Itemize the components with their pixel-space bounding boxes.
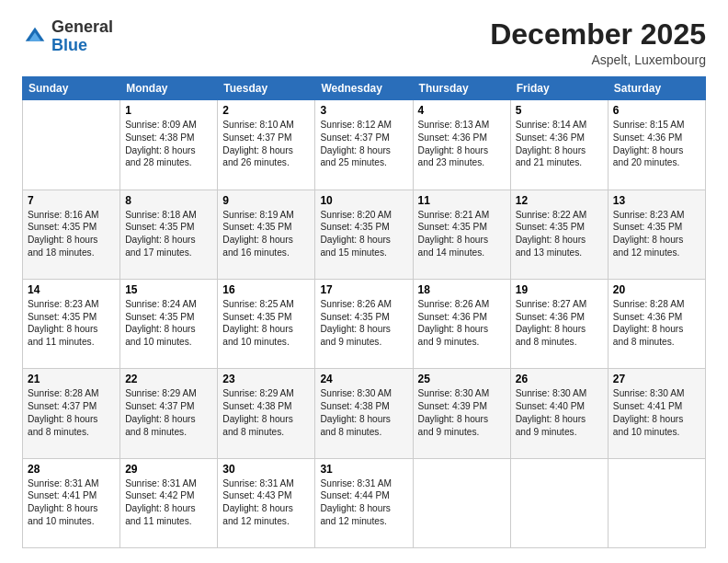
cell-4-4: 24 Sunrise: 8:30 AMSunset: 4:38 PMDaylig… bbox=[315, 369, 413, 458]
calendar-body: 1 Sunrise: 8:09 AMSunset: 4:38 PMDayligh… bbox=[23, 100, 706, 548]
col-sunday: Sunday bbox=[23, 77, 120, 100]
cell-date: 8 bbox=[125, 194, 212, 207]
cell-date: 23 bbox=[222, 373, 310, 385]
cell-date: 20 bbox=[613, 283, 700, 296]
cell-info: Sunrise: 8:12 AMSunset: 4:37 PMDaylight:… bbox=[320, 120, 392, 167]
cell-1-3: 2 Sunrise: 8:10 AMSunset: 4:37 PMDayligh… bbox=[218, 100, 315, 190]
cell-date: 1 bbox=[125, 104, 212, 117]
cell-info: Sunrise: 8:19 AMSunset: 4:35 PMDaylight:… bbox=[222, 210, 294, 258]
cell-1-6: 5 Sunrise: 8:14 AMSunset: 4:36 PMDayligh… bbox=[510, 100, 608, 190]
calendar-week-2: 7 Sunrise: 8:16 AMSunset: 4:35 PMDayligh… bbox=[23, 190, 706, 279]
calendar-header: Sunday Monday Tuesday Wednesday Thursday… bbox=[23, 77, 706, 100]
cell-date: 27 bbox=[613, 373, 700, 385]
cell-info: Sunrise: 8:29 AMSunset: 4:38 PMDaylight:… bbox=[222, 388, 294, 436]
cell-info: Sunrise: 8:24 AMSunset: 4:35 PMDaylight:… bbox=[125, 299, 197, 347]
col-thursday: Thursday bbox=[413, 77, 510, 100]
calendar: Sunday Monday Tuesday Wednesday Thursday… bbox=[22, 76, 706, 548]
col-friday: Friday bbox=[510, 77, 608, 100]
cell-info: Sunrise: 8:29 AMSunset: 4:37 PMDaylight:… bbox=[125, 388, 197, 436]
cell-2-6: 12 Sunrise: 8:22 AMSunset: 4:35 PMDaylig… bbox=[510, 190, 608, 279]
month-title: December 2025 bbox=[490, 18, 706, 51]
cell-date: 24 bbox=[320, 373, 407, 385]
logo-text: General Blue bbox=[51, 18, 113, 55]
cell-date: 25 bbox=[418, 373, 506, 385]
cell-date: 22 bbox=[125, 373, 212, 385]
cell-date: 3 bbox=[320, 104, 407, 117]
cell-2-3: 9 Sunrise: 8:19 AMSunset: 4:35 PMDayligh… bbox=[218, 190, 315, 279]
cell-date: 13 bbox=[613, 194, 700, 207]
col-wednesday: Wednesday bbox=[315, 77, 413, 100]
logo-general: General bbox=[51, 17, 113, 36]
cell-info: Sunrise: 8:30 AMSunset: 4:40 PMDaylight:… bbox=[516, 388, 587, 436]
cell-1-7: 6 Sunrise: 8:15 AMSunset: 4:36 PMDayligh… bbox=[608, 100, 705, 190]
cell-1-2: 1 Sunrise: 8:09 AMSunset: 4:38 PMDayligh… bbox=[120, 100, 218, 190]
cell-date: 14 bbox=[28, 283, 115, 296]
cell-info: Sunrise: 8:18 AMSunset: 4:35 PMDaylight:… bbox=[125, 210, 197, 258]
cell-date: 5 bbox=[516, 104, 603, 117]
cell-info: Sunrise: 8:23 AMSunset: 4:35 PMDaylight:… bbox=[613, 210, 685, 258]
cell-date: 18 bbox=[418, 283, 506, 296]
cell-4-7: 27 Sunrise: 8:30 AMSunset: 4:41 PMDaylig… bbox=[608, 369, 705, 458]
cell-date: 2 bbox=[222, 104, 310, 117]
cell-info: Sunrise: 8:31 AMSunset: 4:43 PMDaylight:… bbox=[222, 478, 294, 526]
cell-date: 9 bbox=[222, 194, 310, 207]
cell-4-5: 25 Sunrise: 8:30 AMSunset: 4:39 PMDaylig… bbox=[413, 369, 510, 458]
cell-4-2: 22 Sunrise: 8:29 AMSunset: 4:37 PMDaylig… bbox=[120, 369, 218, 458]
cell-date: 28 bbox=[28, 463, 115, 476]
cell-4-1: 21 Sunrise: 8:28 AMSunset: 4:37 PMDaylig… bbox=[23, 369, 120, 458]
cell-1-1 bbox=[23, 100, 120, 190]
cell-3-1: 14 Sunrise: 8:23 AMSunset: 4:35 PMDaylig… bbox=[23, 279, 120, 368]
cell-2-7: 13 Sunrise: 8:23 AMSunset: 4:35 PMDaylig… bbox=[608, 190, 705, 279]
cell-2-1: 7 Sunrise: 8:16 AMSunset: 4:35 PMDayligh… bbox=[23, 190, 120, 279]
header: General Blue December 2025 Aspelt, Luxem… bbox=[22, 18, 706, 67]
cell-date: 4 bbox=[418, 104, 506, 117]
cell-3-6: 19 Sunrise: 8:27 AMSunset: 4:36 PMDaylig… bbox=[510, 279, 608, 368]
cell-date: 26 bbox=[516, 373, 603, 385]
logo-blue: Blue bbox=[51, 36, 87, 54]
cell-5-3: 30 Sunrise: 8:31 AMSunset: 4:43 PMDaylig… bbox=[218, 458, 315, 547]
cell-date: 31 bbox=[320, 463, 407, 476]
cell-date: 30 bbox=[222, 463, 310, 476]
cell-info: Sunrise: 8:30 AMSunset: 4:38 PMDaylight:… bbox=[320, 388, 392, 436]
cell-3-5: 18 Sunrise: 8:26 AMSunset: 4:36 PMDaylig… bbox=[413, 279, 510, 368]
cell-date: 11 bbox=[418, 194, 506, 207]
cell-5-5 bbox=[413, 458, 510, 547]
cell-date: 16 bbox=[222, 283, 310, 296]
cell-date: 17 bbox=[320, 283, 407, 296]
cell-date: 6 bbox=[613, 104, 700, 117]
cell-info: Sunrise: 8:28 AMSunset: 4:37 PMDaylight:… bbox=[28, 388, 99, 436]
cell-info: Sunrise: 8:31 AMSunset: 4:41 PMDaylight:… bbox=[28, 478, 99, 526]
cell-2-2: 8 Sunrise: 8:18 AMSunset: 4:35 PMDayligh… bbox=[120, 190, 218, 279]
calendar-week-4: 21 Sunrise: 8:28 AMSunset: 4:37 PMDaylig… bbox=[23, 369, 706, 458]
cell-4-3: 23 Sunrise: 8:29 AMSunset: 4:38 PMDaylig… bbox=[218, 369, 315, 458]
cell-info: Sunrise: 8:09 AMSunset: 4:38 PMDaylight:… bbox=[125, 120, 197, 167]
cell-info: Sunrise: 8:14 AMSunset: 4:36 PMDaylight:… bbox=[516, 120, 587, 167]
calendar-week-3: 14 Sunrise: 8:23 AMSunset: 4:35 PMDaylig… bbox=[23, 279, 706, 368]
location-subtitle: Aspelt, Luxembourg bbox=[490, 52, 706, 67]
cell-info: Sunrise: 8:20 AMSunset: 4:35 PMDaylight:… bbox=[320, 210, 392, 258]
col-monday: Monday bbox=[120, 77, 218, 100]
cell-1-4: 3 Sunrise: 8:12 AMSunset: 4:37 PMDayligh… bbox=[315, 100, 413, 190]
cell-info: Sunrise: 8:13 AMSunset: 4:36 PMDaylight:… bbox=[418, 120, 490, 167]
cell-5-4: 31 Sunrise: 8:31 AMSunset: 4:44 PMDaylig… bbox=[315, 458, 413, 547]
cell-info: Sunrise: 8:25 AMSunset: 4:35 PMDaylight:… bbox=[222, 299, 294, 347]
cell-info: Sunrise: 8:30 AMSunset: 4:41 PMDaylight:… bbox=[613, 388, 685, 436]
calendar-week-5: 28 Sunrise: 8:31 AMSunset: 4:41 PMDaylig… bbox=[23, 458, 706, 547]
cell-date: 7 bbox=[28, 194, 115, 207]
logo-icon bbox=[22, 24, 48, 50]
cell-5-6 bbox=[510, 458, 608, 547]
cell-info: Sunrise: 8:30 AMSunset: 4:39 PMDaylight:… bbox=[418, 388, 490, 436]
cell-info: Sunrise: 8:10 AMSunset: 4:37 PMDaylight:… bbox=[222, 120, 294, 167]
cell-5-2: 29 Sunrise: 8:31 AMSunset: 4:42 PMDaylig… bbox=[120, 458, 218, 547]
cell-2-5: 11 Sunrise: 8:21 AMSunset: 4:35 PMDaylig… bbox=[413, 190, 510, 279]
cell-date: 19 bbox=[516, 283, 603, 296]
cell-info: Sunrise: 8:27 AMSunset: 4:36 PMDaylight:… bbox=[516, 299, 587, 347]
cell-3-7: 20 Sunrise: 8:28 AMSunset: 4:36 PMDaylig… bbox=[608, 279, 705, 368]
cell-2-4: 10 Sunrise: 8:20 AMSunset: 4:35 PMDaylig… bbox=[315, 190, 413, 279]
cell-info: Sunrise: 8:22 AMSunset: 4:35 PMDaylight:… bbox=[516, 210, 587, 258]
cell-info: Sunrise: 8:26 AMSunset: 4:36 PMDaylight:… bbox=[418, 299, 490, 347]
cell-info: Sunrise: 8:15 AMSunset: 4:36 PMDaylight:… bbox=[613, 120, 685, 167]
page: General Blue December 2025 Aspelt, Luxem… bbox=[0, 0, 728, 563]
logo: General Blue bbox=[22, 18, 113, 55]
cell-date: 29 bbox=[125, 463, 212, 476]
